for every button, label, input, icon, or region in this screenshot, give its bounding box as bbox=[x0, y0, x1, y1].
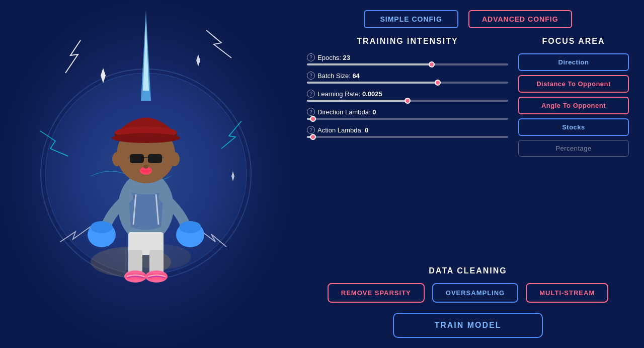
focus-percentage-button[interactable]: Percentage bbox=[518, 140, 629, 157]
batch-size-label: ? Batch Size: 64 bbox=[307, 72, 508, 80]
batch-size-fill bbox=[307, 82, 438, 84]
direction-lambda-help-icon[interactable]: ? bbox=[307, 108, 315, 116]
svg-rect-10 bbox=[130, 154, 144, 163]
epochs-track bbox=[307, 63, 508, 65]
epochs-row: ? Epochs: 23 bbox=[307, 53, 508, 65]
action-lambda-fill bbox=[307, 136, 313, 138]
svg-point-15 bbox=[170, 152, 180, 166]
advanced-config-button[interactable]: ADVANCED CONFIG bbox=[468, 10, 572, 28]
main-content: TRAINING INTENSITY ? Epochs: 23 ? Bat bbox=[307, 37, 629, 258]
action-lambda-label: ? Action Lambda: 0 bbox=[307, 126, 508, 134]
learning-rate-row: ? Learning Rate: 0.0025 bbox=[307, 90, 508, 102]
batch-size-row: ? Batch Size: 64 bbox=[307, 72, 508, 84]
data-cleaning-buttons: REMOVE SPARSITY OVERSAMPLING MULTI-STREA… bbox=[307, 283, 629, 303]
simple-config-button[interactable]: SIMPLE CONFIG bbox=[364, 10, 458, 28]
oversampling-button[interactable]: OVERSAMPLING bbox=[432, 283, 518, 303]
direction-lambda-thumb bbox=[310, 116, 316, 122]
epochs-help-icon[interactable]: ? bbox=[307, 53, 315, 61]
learning-rate-thumb bbox=[405, 98, 411, 104]
train-model-section: TRAIN MODEL bbox=[307, 313, 629, 338]
top-buttons: SIMPLE CONFIG ADVANCED CONFIG bbox=[307, 10, 629, 28]
batch-size-track bbox=[307, 82, 508, 84]
character-area bbox=[0, 0, 292, 348]
svg-point-14 bbox=[112, 152, 122, 166]
action-lambda-row: ? Action Lambda: 0 bbox=[307, 126, 508, 138]
multistream-button[interactable]: MULTI-STREAM bbox=[526, 283, 608, 303]
focus-stocks-button[interactable]: Stocks bbox=[518, 118, 629, 136]
direction-lambda-label: ? Direction Lambda: 0 bbox=[307, 108, 508, 116]
remove-sparsity-button[interactable]: REMOVE SPARSITY bbox=[328, 283, 425, 303]
learning-rate-help-icon[interactable]: ? bbox=[307, 90, 315, 98]
epochs-fill bbox=[307, 63, 432, 65]
svg-rect-11 bbox=[148, 154, 162, 163]
svg-point-13 bbox=[143, 165, 148, 169]
training-intensity-section: TRAINING INTENSITY ? Epochs: 23 ? Bat bbox=[307, 37, 508, 258]
direction-lambda-track bbox=[307, 118, 508, 120]
focus-distance-button[interactable]: Distance To Opponent bbox=[518, 75, 629, 93]
learning-rate-fill bbox=[307, 100, 408, 102]
focus-area-section: FOCUS AREA Direction Distance To Opponen… bbox=[518, 37, 629, 258]
epochs-label: ? Epochs: 23 bbox=[307, 53, 508, 61]
training-intensity-title: TRAINING INTENSITY bbox=[307, 37, 508, 46]
svg-point-9 bbox=[112, 133, 180, 143]
epochs-thumb bbox=[429, 61, 435, 67]
focus-area-title: FOCUS AREA bbox=[518, 37, 629, 46]
batch-size-thumb bbox=[435, 80, 441, 86]
character-avatar bbox=[70, 61, 221, 288]
action-lambda-help-icon[interactable]: ? bbox=[307, 126, 315, 134]
learning-rate-track bbox=[307, 100, 508, 102]
focus-angle-button[interactable]: Angle To Opponent bbox=[518, 97, 629, 114]
focus-direction-button[interactable]: Direction bbox=[518, 53, 629, 71]
data-cleaning-section: DATA CLEANING REMOVE SPARSITY OVERSAMPLI… bbox=[307, 266, 629, 303]
batch-size-help-icon[interactable]: ? bbox=[307, 72, 315, 80]
learning-rate-label: ? Learning Rate: 0.0025 bbox=[307, 90, 508, 98]
svg-point-19 bbox=[179, 221, 201, 233]
action-lambda-thumb bbox=[310, 134, 316, 140]
action-lambda-track bbox=[307, 136, 508, 138]
direction-lambda-fill bbox=[307, 118, 313, 120]
direction-lambda-row: ? Direction Lambda: 0 bbox=[307, 108, 508, 120]
data-cleaning-title: DATA CLEANING bbox=[307, 266, 629, 275]
train-model-button[interactable]: TRAIN MODEL bbox=[393, 313, 542, 338]
right-panel: SIMPLE CONFIG ADVANCED CONFIG TRAINING I… bbox=[292, 0, 644, 348]
svg-point-17 bbox=[91, 221, 113, 233]
